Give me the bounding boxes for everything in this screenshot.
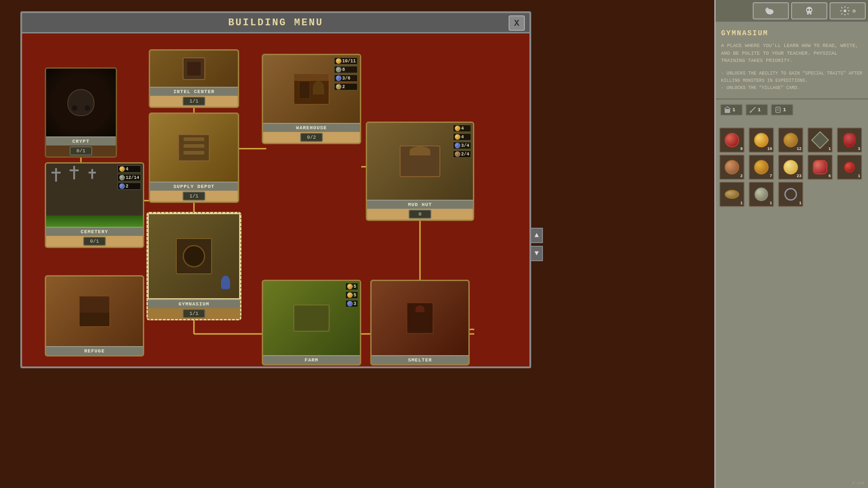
crypt-label: CRYPT (46, 136, 116, 145)
inv-count-11: 1 (770, 201, 772, 206)
cemetery-resources: 4 12/14 2 (118, 165, 141, 190)
mud-res-1: 4 (453, 125, 471, 132)
supply-counter: 1/1 (183, 192, 205, 201)
right-panel: ⚙ GYMNASIUM A PLACE WHERE YOU'LL LEARN H… (714, 0, 868, 488)
inv-count-12: 1 (799, 201, 802, 206)
building-card-refuge[interactable]: REFUGE (45, 275, 144, 357)
version-text: 0.949 (852, 481, 864, 486)
inv-slot-7[interactable]: 23 (778, 155, 803, 180)
inv-slot-0[interactable]: 8 (719, 127, 745, 153)
mud-hut-image: 4 4 3/4 2/4 (367, 123, 473, 200)
building-card-farm[interactable]: 5 5 3 FARM (262, 280, 361, 366)
close-button[interactable]: X (509, 15, 525, 31)
intel-image (150, 51, 238, 87)
skull-button[interactable] (791, 2, 827, 19)
inv-count-6: 7 (770, 174, 772, 178)
res-scroll: 1 (771, 104, 793, 116)
warehouse-res-2: 8 (334, 66, 358, 73)
inv-slot-3[interactable]: 1 (807, 127, 833, 153)
intel-label: INTEL CENTER (150, 87, 238, 96)
res-sword-count: 1 (758, 107, 761, 113)
svg-rect-16 (807, 13, 809, 14)
info-bullets: · UNLOCKS THE ABILITY TO GAIN "SPECIAL T… (721, 70, 863, 92)
farm-image: 5 5 3 (263, 281, 360, 355)
supply-label: SUPPLY DEPOT (150, 182, 238, 191)
inv-count-0: 8 (741, 147, 743, 151)
svg-point-19 (810, 9, 811, 11)
building-card-mud-hut[interactable]: 4 4 3/4 2/4 (366, 122, 474, 221)
inv-slot-4[interactable]: 3 (837, 127, 862, 153)
mud-res-4: 2/4 (453, 150, 471, 158)
svg-point-14 (766, 9, 767, 9)
gymnasium-image (148, 213, 240, 299)
inv-count-10: 1 (741, 201, 743, 206)
warehouse-res-3: 3/6 (334, 75, 358, 82)
building-card-intel[interactable]: INTEL CENTER 1/1 (149, 49, 239, 108)
inv-slot-5[interactable]: 2 (719, 155, 745, 180)
inv-count-1: 10 (767, 147, 772, 151)
inv-slot-11[interactable]: 1 (749, 182, 774, 207)
cemetery-image: 4 12/14 2 (46, 164, 143, 227)
warehouse-res-1: 10/11 (334, 57, 358, 65)
inv-count-7: 23 (797, 174, 802, 178)
building-card-gymnasium[interactable]: GYMNASIUM 1/1 (146, 212, 241, 320)
svg-rect-25 (776, 107, 780, 113)
inv-slot-6[interactable]: 7 (749, 155, 774, 180)
crypt-image (46, 69, 116, 136)
warehouse-counter: 0/2 (300, 133, 323, 142)
gymnasium-counter: 1/1 (183, 309, 205, 318)
warehouse-res-4: 2 (334, 83, 358, 90)
res-sword: 1 (745, 104, 768, 116)
scroll-up-button[interactable]: ▲ (530, 228, 543, 243)
smelter-image (372, 281, 468, 355)
inv-slot-1[interactable]: 10 (749, 127, 774, 153)
settings-button[interactable]: ⚙ (830, 2, 866, 19)
svg-rect-22 (726, 110, 728, 113)
inventory-grid: 8 10 12 1 3 2 7 23 (716, 124, 868, 211)
building-card-cemetery[interactable]: 4 12/14 2 CEMETERY 0/1 (45, 162, 144, 248)
intel-counter: 1/1 (183, 97, 205, 106)
refuge-label: REFUGE (46, 346, 143, 355)
info-section: GYMNASIUM A PLACE WHERE YOU'LL LEARN HOW… (716, 23, 868, 99)
res-building: 1 (720, 104, 743, 116)
building-card-smelter[interactable]: SMELTER (370, 280, 470, 366)
gymnasium-label: GYMNASIUM (148, 299, 240, 308)
inv-slot-2[interactable]: 12 (778, 127, 803, 153)
panel-top-bar: ⚙ (716, 0, 868, 23)
inv-slot-8[interactable]: 6 (807, 155, 833, 180)
menu-title: BUILDING MENU (228, 17, 324, 28)
menu-titlebar: BUILDING MENU X (22, 13, 529, 33)
res-scroll-count: 1 (783, 107, 786, 113)
inv-count-5: 2 (741, 174, 743, 178)
inv-count-2: 12 (797, 147, 802, 151)
smelter-label: SMELTER (372, 355, 468, 364)
inv-slot-9[interactable]: 1 (837, 155, 862, 180)
warehouse-resources: 10/11 8 3/6 2 (334, 57, 358, 90)
cemetery-label: CEMETERY (46, 227, 143, 236)
mud-hut-counter: 0 (409, 210, 431, 219)
mud-res-2: 4 (453, 133, 471, 141)
farm-res-1: 5 (345, 283, 358, 290)
inv-count-3: 1 (829, 147, 831, 151)
svg-point-20 (844, 9, 846, 12)
inv-slot-12[interactable]: 1 (778, 182, 803, 207)
elephant-button[interactable] (753, 2, 789, 19)
building-menu-window: BUILDING MENU X ▲ ▼ (20, 11, 531, 368)
inv-slot-10[interactable]: 1 (719, 182, 745, 207)
scroll-down-button[interactable]: ▼ (530, 246, 543, 261)
info-bullet-1: · UNLOCKS THE ABILITY TO GAIN "SPECIAL T… (721, 70, 863, 84)
svg-rect-13 (766, 9, 768, 13)
cemetery-counter: 0/1 (83, 237, 106, 246)
mud-hut-label: MUD HUT (367, 200, 473, 209)
farm-resources: 5 5 3 (345, 283, 358, 307)
info-description: A PLACE WHERE YOU'LL LEARN HOW TO READ, … (721, 42, 863, 65)
farm-res-3: 3 (345, 300, 358, 307)
crypt-counter: 0/1 (70, 146, 92, 155)
cemetery-res-3: 2 (118, 183, 141, 190)
building-card-crypt[interactable]: CRYPT 0/1 (45, 67, 117, 158)
building-card-supply[interactable]: SUPPLY DEPOT 1/1 (149, 113, 239, 203)
resource-row: 1 1 1 (720, 104, 863, 116)
res-building-count: 1 (732, 107, 736, 113)
building-card-warehouse[interactable]: 10/11 8 3/6 2 (262, 54, 361, 144)
inv-count-9: 1 (858, 174, 860, 178)
